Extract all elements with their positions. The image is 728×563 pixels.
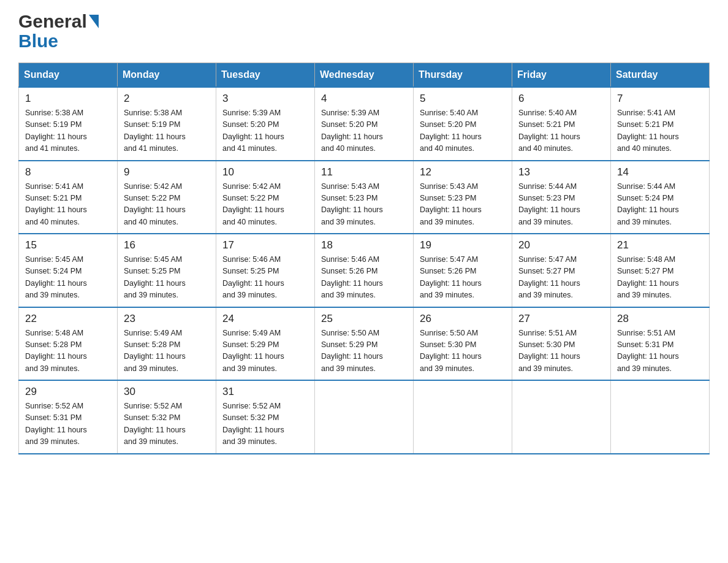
day-number: 23 [124, 313, 210, 325]
col-header-saturday: Saturday [611, 63, 710, 88]
day-info: Sunrise: 5:39 AMSunset: 5:20 PMDaylight:… [222, 107, 308, 155]
day-info: Sunrise: 5:48 AMSunset: 5:28 PMDaylight:… [25, 327, 111, 375]
calendar-week-row: 8Sunrise: 5:41 AMSunset: 5:21 PMDaylight… [19, 161, 710, 234]
day-info: Sunrise: 5:42 AMSunset: 5:22 PMDaylight:… [124, 181, 210, 229]
calendar-cell: 17Sunrise: 5:46 AMSunset: 5:25 PMDayligh… [216, 234, 315, 307]
day-number: 9 [124, 166, 210, 178]
day-number: 11 [321, 166, 407, 178]
day-number: 21 [617, 239, 703, 251]
day-info: Sunrise: 5:52 AMSunset: 5:32 PMDaylight:… [222, 400, 308, 448]
calendar-cell: 1Sunrise: 5:38 AMSunset: 5:19 PMDaylight… [19, 87, 118, 161]
col-header-monday: Monday [118, 63, 216, 88]
day-number: 19 [420, 239, 506, 251]
svg-marker-0 [89, 15, 99, 28]
calendar-cell: 3Sunrise: 5:39 AMSunset: 5:20 PMDaylight… [216, 87, 315, 161]
col-header-wednesday: Wednesday [315, 63, 414, 88]
calendar-cell: 14Sunrise: 5:44 AMSunset: 5:24 PMDayligh… [611, 161, 710, 234]
calendar-cell: 18Sunrise: 5:46 AMSunset: 5:26 PMDayligh… [315, 234, 414, 307]
calendar-cell: 29Sunrise: 5:52 AMSunset: 5:31 PMDayligh… [19, 380, 118, 454]
day-number: 12 [420, 166, 506, 178]
calendar-cell: 10Sunrise: 5:42 AMSunset: 5:22 PMDayligh… [216, 161, 315, 234]
calendar-cell: 15Sunrise: 5:45 AMSunset: 5:24 PMDayligh… [19, 234, 118, 307]
calendar-cell: 5Sunrise: 5:40 AMSunset: 5:20 PMDaylight… [414, 87, 512, 161]
day-info: Sunrise: 5:51 AMSunset: 5:31 PMDaylight:… [617, 327, 703, 375]
day-info: Sunrise: 5:47 AMSunset: 5:26 PMDaylight:… [420, 254, 506, 302]
day-number: 16 [124, 239, 210, 251]
calendar-cell: 12Sunrise: 5:43 AMSunset: 5:23 PMDayligh… [414, 161, 512, 234]
day-info: Sunrise: 5:51 AMSunset: 5:30 PMDaylight:… [518, 327, 604, 375]
day-number: 30 [124, 386, 210, 398]
day-info: Sunrise: 5:45 AMSunset: 5:24 PMDaylight:… [25, 254, 111, 302]
logo-blue-text: Blue [18, 31, 58, 51]
calendar-cell [611, 380, 710, 454]
calendar-cell: 7Sunrise: 5:41 AMSunset: 5:21 PMDaylight… [611, 87, 710, 161]
day-info: Sunrise: 5:38 AMSunset: 5:19 PMDaylight:… [25, 107, 111, 155]
calendar-week-row: 29Sunrise: 5:52 AMSunset: 5:31 PMDayligh… [19, 380, 710, 454]
day-number: 31 [222, 386, 308, 398]
day-info: Sunrise: 5:47 AMSunset: 5:27 PMDaylight:… [518, 254, 604, 302]
day-number: 18 [321, 239, 407, 251]
calendar-cell: 21Sunrise: 5:48 AMSunset: 5:27 PMDayligh… [611, 234, 710, 307]
calendar-cell: 13Sunrise: 5:44 AMSunset: 5:23 PMDayligh… [512, 161, 611, 234]
day-number: 1 [25, 93, 111, 105]
day-number: 20 [518, 239, 604, 251]
calendar-cell: 11Sunrise: 5:43 AMSunset: 5:23 PMDayligh… [315, 161, 414, 234]
day-number: 17 [222, 239, 308, 251]
day-number: 13 [518, 166, 604, 178]
day-number: 3 [222, 93, 308, 105]
calendar-cell [512, 380, 611, 454]
day-info: Sunrise: 5:41 AMSunset: 5:21 PMDaylight:… [617, 107, 703, 155]
calendar-cell: 19Sunrise: 5:47 AMSunset: 5:26 PMDayligh… [414, 234, 512, 307]
calendar-table: SundayMondayTuesdayWednesdayThursdayFrid… [18, 63, 710, 454]
day-info: Sunrise: 5:46 AMSunset: 5:26 PMDaylight:… [321, 254, 407, 302]
day-info: Sunrise: 5:45 AMSunset: 5:25 PMDaylight:… [124, 254, 210, 302]
day-info: Sunrise: 5:43 AMSunset: 5:23 PMDaylight:… [321, 181, 407, 229]
logo: General Blue [18, 12, 99, 52]
calendar-cell: 23Sunrise: 5:49 AMSunset: 5:28 PMDayligh… [118, 307, 216, 381]
day-number: 14 [617, 166, 703, 178]
day-number: 4 [321, 93, 407, 105]
day-info: Sunrise: 5:39 AMSunset: 5:20 PMDaylight:… [321, 107, 407, 155]
logo-general-text: General [18, 11, 87, 31]
logo-triangle-icon [89, 15, 99, 30]
col-header-thursday: Thursday [414, 63, 512, 88]
day-info: Sunrise: 5:40 AMSunset: 5:20 PMDaylight:… [420, 107, 506, 155]
day-info: Sunrise: 5:49 AMSunset: 5:28 PMDaylight:… [124, 327, 210, 375]
day-number: 28 [617, 313, 703, 325]
day-info: Sunrise: 5:49 AMSunset: 5:29 PMDaylight:… [222, 327, 308, 375]
day-info: Sunrise: 5:44 AMSunset: 5:24 PMDaylight:… [617, 181, 703, 229]
day-number: 26 [420, 313, 506, 325]
day-number: 10 [222, 166, 308, 178]
day-number: 25 [321, 313, 407, 325]
day-info: Sunrise: 5:41 AMSunset: 5:21 PMDaylight:… [25, 181, 111, 229]
calendar-week-row: 15Sunrise: 5:45 AMSunset: 5:24 PMDayligh… [19, 234, 710, 307]
day-info: Sunrise: 5:38 AMSunset: 5:19 PMDaylight:… [124, 107, 210, 155]
calendar-cell: 16Sunrise: 5:45 AMSunset: 5:25 PMDayligh… [118, 234, 216, 307]
col-header-friday: Friday [512, 63, 611, 88]
day-number: 15 [25, 239, 111, 251]
day-number: 2 [124, 93, 210, 105]
calendar-cell: 9Sunrise: 5:42 AMSunset: 5:22 PMDaylight… [118, 161, 216, 234]
calendar-cell: 22Sunrise: 5:48 AMSunset: 5:28 PMDayligh… [19, 307, 118, 381]
day-info: Sunrise: 5:50 AMSunset: 5:30 PMDaylight:… [420, 327, 506, 375]
day-info: Sunrise: 5:52 AMSunset: 5:32 PMDaylight:… [124, 400, 210, 448]
day-info: Sunrise: 5:43 AMSunset: 5:23 PMDaylight:… [420, 181, 506, 229]
calendar-week-row: 1Sunrise: 5:38 AMSunset: 5:19 PMDaylight… [19, 87, 710, 161]
day-info: Sunrise: 5:46 AMSunset: 5:25 PMDaylight:… [222, 254, 308, 302]
day-number: 5 [420, 93, 506, 105]
day-number: 27 [518, 313, 604, 325]
day-number: 29 [25, 386, 111, 398]
day-info: Sunrise: 5:40 AMSunset: 5:21 PMDaylight:… [518, 107, 604, 155]
page-header: General Blue [18, 12, 710, 52]
day-info: Sunrise: 5:48 AMSunset: 5:27 PMDaylight:… [617, 254, 703, 302]
calendar-cell: 26Sunrise: 5:50 AMSunset: 5:30 PMDayligh… [414, 307, 512, 381]
day-info: Sunrise: 5:42 AMSunset: 5:22 PMDaylight:… [222, 181, 308, 229]
day-number: 6 [518, 93, 604, 105]
day-info: Sunrise: 5:44 AMSunset: 5:23 PMDaylight:… [518, 181, 604, 229]
calendar-cell: 2Sunrise: 5:38 AMSunset: 5:19 PMDaylight… [118, 87, 216, 161]
calendar-cell: 24Sunrise: 5:49 AMSunset: 5:29 PMDayligh… [216, 307, 315, 381]
calendar-cell: 31Sunrise: 5:52 AMSunset: 5:32 PMDayligh… [216, 380, 315, 454]
day-number: 22 [25, 313, 111, 325]
calendar-cell: 8Sunrise: 5:41 AMSunset: 5:21 PMDaylight… [19, 161, 118, 234]
col-header-tuesday: Tuesday [216, 63, 315, 88]
